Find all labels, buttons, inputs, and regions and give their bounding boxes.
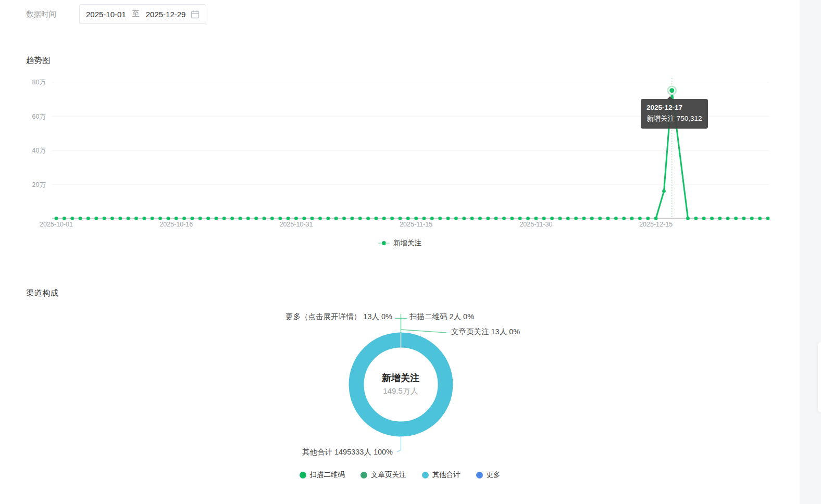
trend-line-chart[interactable]: 20万40万60万80万2025-10-012025-10-162025-10-…	[0, 73, 800, 235]
svg-text:2025-10-16: 2025-10-16	[159, 221, 193, 228]
date-separator: 至	[132, 9, 140, 19]
legend-label: 文章页关注	[371, 470, 406, 480]
donut-ring-other-total[interactable]	[356, 340, 445, 429]
callout-more[interactable]: 更多（点击展开详情） 13人 0%	[208, 312, 392, 322]
legend-dot-icon	[360, 472, 367, 478]
legend-item[interactable]: 扫描二维码	[300, 470, 345, 480]
callout-qr-scan: 扫描二维码 2人 0%	[409, 312, 474, 322]
y-axis-labels: 20万40万60万80万	[32, 79, 46, 188]
date-filter-label: 数据时间	[26, 9, 56, 19]
date-range-picker[interactable]: 2025-10-01 至 2025-12-29	[79, 4, 206, 24]
svg-text:2025-12-15: 2025-12-15	[639, 221, 673, 228]
tooltip-date: 2025-12-17	[646, 103, 702, 114]
legend-dot-icon	[300, 472, 306, 478]
svg-text:2025-11-15: 2025-11-15	[400, 221, 432, 228]
analytics-page: 数据时间 2025-10-01 至 2025-12-29 趋势图 20万40万6…	[0, 0, 821, 504]
svg-text:60万: 60万	[32, 113, 46, 120]
channel-section-title: 渠道构成	[26, 288, 58, 299]
start-date-value[interactable]: 2025-10-01	[86, 10, 126, 19]
floating-widget-sliver[interactable]	[818, 342, 821, 412]
svg-text:2025-11-30: 2025-11-30	[519, 221, 552, 228]
svg-text:80万: 80万	[32, 79, 46, 86]
legend-label: 新增关注	[393, 238, 421, 248]
tooltip-value: 新增关注 750,312	[646, 114, 702, 124]
trend-legend: 新增关注	[0, 238, 800, 248]
x-axis-labels: 2025-10-012025-10-162025-10-312025-11-15…	[40, 221, 673, 228]
end-date-value[interactable]: 2025-12-29	[146, 10, 186, 19]
legend-item-new-followers[interactable]: 新增关注	[378, 238, 421, 248]
legend-label: 扫描二维码	[310, 470, 345, 480]
legend-label: 更多	[487, 470, 501, 480]
calendar-icon	[191, 10, 200, 19]
line-series-marker-icon	[378, 241, 390, 245]
legend-item[interactable]: 更多	[476, 470, 501, 480]
date-filter-row: 数据时间 2025-10-01 至 2025-12-29	[26, 4, 206, 24]
svg-text:2025-10-01: 2025-10-01	[40, 221, 73, 228]
svg-text:20万: 20万	[32, 181, 46, 188]
svg-text:40万: 40万	[32, 147, 46, 154]
legend-dot-icon	[422, 472, 429, 478]
legend-dot-icon	[476, 472, 483, 478]
svg-text:2025-10-31: 2025-10-31	[279, 221, 313, 228]
callout-article-follow: 文章页关注 13人 0%	[451, 327, 520, 337]
channel-legend: 扫描二维码文章页关注其他合计更多	[0, 470, 800, 480]
legend-item[interactable]: 文章页关注	[360, 470, 406, 480]
trend-section-title: 趋势图	[26, 55, 51, 66]
chart-tooltip: 2025-12-17 新增关注 750,312	[641, 99, 708, 129]
legend-label: 其他合计	[432, 470, 461, 480]
callout-other-total: 其他合计 1495333人 100%	[234, 447, 393, 457]
gridlines	[52, 82, 769, 185]
legend-item[interactable]: 其他合计	[422, 470, 461, 480]
page-background-strip	[800, 0, 821, 504]
